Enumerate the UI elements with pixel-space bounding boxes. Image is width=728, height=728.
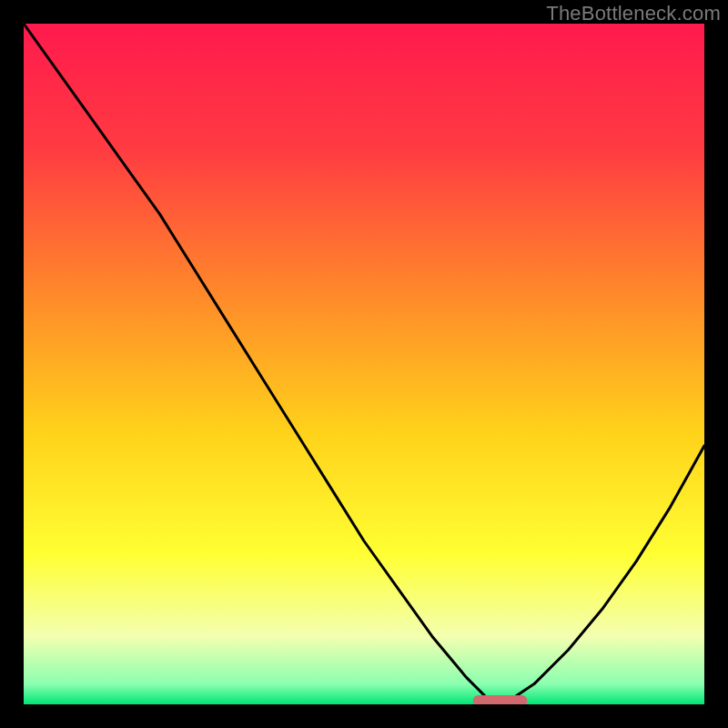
optimal-marker	[473, 695, 528, 704]
gradient-background	[24, 24, 704, 704]
chart-svg	[24, 24, 704, 704]
plot-area	[24, 24, 704, 704]
chart-container: TheBottleneck.com	[0, 0, 728, 728]
watermark-text: TheBottleneck.com	[546, 2, 721, 25]
